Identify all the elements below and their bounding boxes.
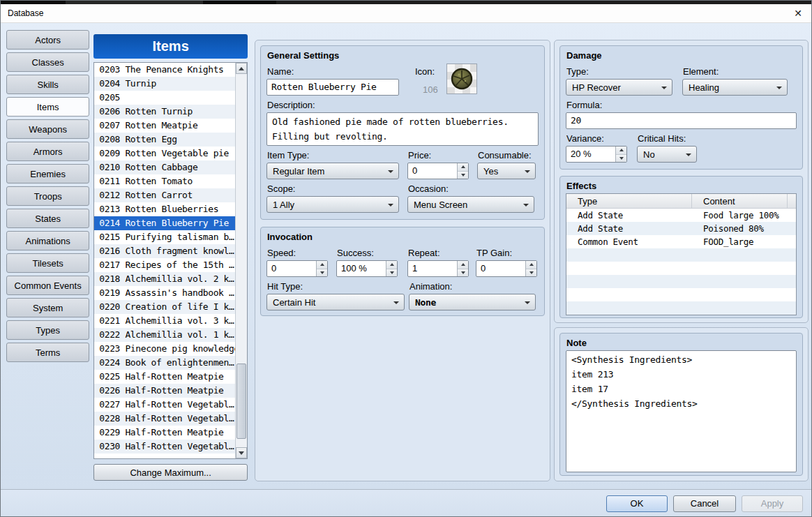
icon-label: Icon: <box>415 66 438 77</box>
success-label: Success: <box>337 248 398 258</box>
scroll-up-icon[interactable] <box>236 63 247 74</box>
speed-label: Speed: <box>267 248 328 258</box>
icon-picker[interactable] <box>446 63 477 94</box>
item-row-0204[interactable]: 0204 Turnip <box>94 77 235 91</box>
item-row-0230[interactable]: 0230 Half-Rotten Vegetabl… <box>94 440 235 454</box>
step-up-icon <box>458 163 468 171</box>
item-row-0209[interactable]: 0209 Rotten Vegetable pie <box>94 147 235 160</box>
sidebar-tab-common-events[interactable]: Common Events <box>6 276 89 295</box>
effect-row[interactable]: Add StateFood large 100% <box>566 209 796 222</box>
effects-title: Effects <box>566 181 797 191</box>
scope-label: Scope: <box>267 183 399 194</box>
item-type-label: Item Type: <box>267 150 399 160</box>
name-input[interactable]: Rotten Blueberry Pie <box>266 79 399 96</box>
item-row-0224[interactable]: 0224 Book of enlightenmen… <box>94 356 235 370</box>
items-scrollbar[interactable] <box>235 63 247 458</box>
item-row-0208[interactable]: 0208 Rotten Egg <box>94 133 235 147</box>
item-row-0226[interactable]: 0226 Half-Rotten Meatpie <box>94 384 235 398</box>
item-row-0203[interactable]: 0203 The Penance Knights <box>94 63 235 77</box>
item-row-0225[interactable]: 0225 Half-Rotten Meatpie <box>94 370 235 384</box>
items-list[interactable]: 0203 The Penance Knights0204 Turnip02050… <box>93 62 248 459</box>
sidebar-tab-troops[interactable]: Troops <box>6 186 89 206</box>
effect-row-empty[interactable] <box>566 301 796 315</box>
sidebar-tab-states[interactable]: States <box>6 209 89 228</box>
sidebar-tab-classes[interactable]: Classes <box>6 52 89 72</box>
item-row-0206[interactable]: 0206 Rotten Turnip <box>94 105 235 119</box>
sidebar-tab-animations[interactable]: Animations <box>6 231 89 250</box>
step-down-icon <box>458 171 468 179</box>
sidebar-tab-actors[interactable]: Actors <box>6 30 89 50</box>
sidebar-tab-types[interactable]: Types <box>6 320 89 340</box>
effect-row[interactable]: Add StatePoisoned 80% <box>566 222 796 235</box>
item-type-select[interactable]: Regular Item <box>266 163 399 179</box>
note-input[interactable]: <Synthesis Ingredients> item 213 item 17… <box>566 350 797 472</box>
sidebar-tab-skills[interactable]: Skills <box>6 75 89 94</box>
invocation-box: Invocation Speed: 0 Success: <box>260 227 545 316</box>
item-row-0216[interactable]: 0216 Cloth fragment knowl… <box>94 244 235 258</box>
speed-stepper[interactable]: 0 <box>266 260 328 277</box>
scroll-down-icon[interactable] <box>236 447 247 458</box>
variance-stepper[interactable]: 20 % <box>566 146 627 163</box>
effect-row-empty[interactable] <box>566 262 796 275</box>
sidebar-tab-terms[interactable]: Terms <box>6 343 89 362</box>
sidebar-tab-weapons[interactable]: Weapons <box>6 119 89 139</box>
critical-hits-select[interactable]: No <box>637 146 697 163</box>
damage-type-select[interactable]: HP Recover <box>566 79 672 96</box>
note-title: Note <box>566 338 797 348</box>
sidebar-tab-enemies[interactable]: Enemies <box>6 164 89 183</box>
item-row-0215[interactable]: 0215 Purifying talisman b… <box>94 230 235 244</box>
item-row-0218[interactable]: 0218 Alchemillia vol. 2 k… <box>94 272 235 286</box>
step-up-icon <box>458 261 468 269</box>
chevron-down-icon <box>525 170 530 173</box>
variance-label: Variance: <box>566 133 627 144</box>
item-row-0207[interactable]: 0207 Rotten Meatpie <box>94 119 235 133</box>
repeat-stepper[interactable]: 1 <box>407 260 469 277</box>
hit-type-select[interactable]: Certain Hit <box>266 294 405 310</box>
price-stepper[interactable]: 0 <box>407 163 469 179</box>
sidebar-tab-tilesets[interactable]: Tilesets <box>6 253 89 273</box>
sidebar-tab-armors[interactable]: Armors <box>6 142 89 161</box>
price-label: Price: <box>408 150 469 160</box>
item-row-0211[interactable]: 0211 Rotten Tomato <box>94 174 235 188</box>
effect-row-empty[interactable] <box>566 288 796 301</box>
occasion-select[interactable]: Menu Screen <box>407 196 534 213</box>
apply-button[interactable]: Apply <box>742 495 803 512</box>
item-row-0213[interactable]: 0213 Rotten Blueberries <box>94 202 235 216</box>
tp-gain-stepper[interactable]: 0 <box>476 260 537 277</box>
item-row-0205[interactable]: 0205 <box>94 91 235 105</box>
description-input[interactable]: Old fashioned pie made of rotten blueber… <box>266 112 539 146</box>
item-row-0223[interactable]: 0223 Pinecone pig knowledge <box>94 342 235 356</box>
item-row-0217[interactable]: 0217 Recipes of the 15th … <box>94 258 235 272</box>
success-stepper[interactable]: 100 % <box>336 260 398 277</box>
animation-select[interactable]: None <box>409 294 536 310</box>
dialog-content: ActorsClassesSkillsItemsWeaponsArmorsEne… <box>1 23 811 489</box>
sidebar-tab-system[interactable]: System <box>6 298 89 317</box>
item-row-0221[interactable]: 0221 Alchemillia vol. 3 k… <box>94 314 235 328</box>
scrollbar-thumb[interactable] <box>236 364 246 439</box>
effect-row-empty[interactable] <box>566 275 796 288</box>
titlebar[interactable]: Database ✕ <box>1 4 811 23</box>
item-row-0214[interactable]: 0214 Rotten Blueberry Pie <box>94 216 235 230</box>
item-row-0219[interactable]: 0219 Assassin's handbook … <box>94 286 235 300</box>
item-row-0222[interactable]: 0222 Alchemillia vol. 1 k… <box>94 328 235 342</box>
change-maximum-button[interactable]: Change Maximum... <box>93 464 248 481</box>
sidebar-tab-items[interactable]: Items <box>6 97 89 117</box>
consumable-select[interactable]: Yes <box>477 163 536 179</box>
item-row-0228[interactable]: 0228 Half-Rotten Vegetabl… <box>94 412 235 426</box>
effect-row[interactable]: Common EventFOOD_large <box>566 235 796 248</box>
effects-table[interactable]: Type Content Add StateFood large 100%Add… <box>566 193 797 315</box>
element-select[interactable]: Healing <box>682 79 788 96</box>
formula-input[interactable]: 20 <box>566 112 797 129</box>
item-row-0210[interactable]: 0210 Rotten Cabbage <box>94 160 235 174</box>
effect-row-empty[interactable] <box>566 248 796 262</box>
item-row-0227[interactable]: 0227 Half-Rotten Vegetabl… <box>94 398 235 412</box>
effects-table-header: Type Content <box>566 194 796 209</box>
scope-select[interactable]: 1 Ally <box>266 196 399 213</box>
ok-button[interactable]: OK <box>606 495 668 512</box>
item-row-0212[interactable]: 0212 Rotten Carrot <box>94 188 235 202</box>
close-icon[interactable]: ✕ <box>794 7 802 20</box>
occasion-label: Occasion: <box>408 183 534 194</box>
item-row-0229[interactable]: 0229 Half-Rotten Meatpie <box>94 426 235 440</box>
cancel-button[interactable]: Cancel <box>673 495 736 512</box>
item-row-0220[interactable]: 0220 Creation of life I k… <box>94 300 235 314</box>
